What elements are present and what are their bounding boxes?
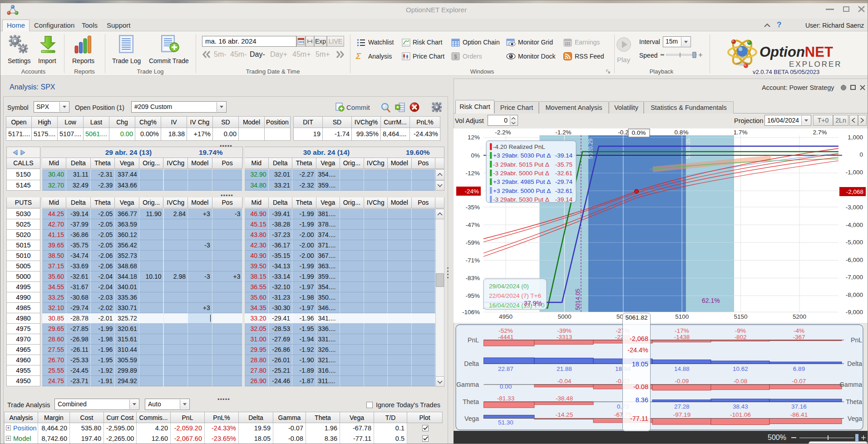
svg-text:-39.14: -39.14 (555, 152, 573, 159)
svg-text:-802: -802 (734, 334, 746, 340)
svg-text:29/04/2024 (0): 29/04/2024 (0) (489, 283, 529, 290)
svg-text:5200: 5200 (793, 313, 806, 320)
svg-text:0.00: 0.00 (500, 383, 512, 390)
svg-text:-0.09: -0.09 (675, 378, 689, 385)
svg-text:-32.61: -32.61 (555, 170, 572, 177)
svg-text:5150: 5150 (734, 313, 748, 320)
svg-text:10.62: 10.62 (733, 365, 748, 372)
svg-text:-2,068: -2,068 (846, 188, 863, 195)
svg-text:-95%: -95% (465, 292, 480, 299)
svg-text:Vega: Vega (848, 415, 862, 422)
svg-text:-2.2%: -2.2% (495, 129, 511, 136)
svg-text:-8,000: -8,000 (846, 291, 863, 298)
svg-text:-3 29abr. 5030 Put Δ: -3 29abr. 5030 Put Δ (493, 196, 549, 203)
svg-text:Theta: Theta (846, 398, 862, 405)
svg-text:0: 0 (859, 151, 863, 158)
svg-text:-101.06: -101.06 (730, 411, 751, 418)
svg-text:-17%: -17% (675, 327, 689, 334)
svg-text:-29.74: -29.74 (555, 178, 573, 185)
svg-text:Theta: Theta (463, 398, 479, 405)
svg-text:5100: 5100 (675, 313, 689, 320)
svg-text:1.7%: 1.7% (734, 129, 748, 136)
svg-text:-9,000: -9,000 (846, 309, 863, 316)
svg-text:-14.25: -14.25 (556, 411, 573, 418)
svg-text:5014.05: 5014.05 (574, 289, 581, 310)
svg-text:5103.35: 5103.35 (685, 138, 691, 159)
svg-text:-35.75: -35.75 (555, 161, 572, 168)
svg-text:6.89: 6.89 (793, 365, 805, 372)
svg-text:62.1%: 62.1% (702, 297, 720, 304)
svg-text:1,000: 1,000 (848, 134, 863, 141)
svg-text:-39%: -39% (557, 327, 572, 334)
svg-text:27.28: 27.28 (674, 403, 690, 410)
svg-text:-0.07: -0.07 (792, 378, 806, 385)
svg-text:-5,000: -5,000 (846, 239, 863, 246)
svg-text:+3 29abr. 5000 Put Δ: +3 29abr. 5000 Put Δ (493, 187, 551, 194)
svg-text:-1438: -1438 (674, 334, 690, 340)
svg-text:-7,000: -7,000 (846, 274, 863, 281)
svg-text:5000: 5000 (557, 313, 571, 320)
svg-text:-106%: -106% (462, 309, 480, 316)
svg-text:-52%: -52% (498, 327, 513, 334)
svg-text:-59%: -59% (465, 239, 480, 246)
svg-text:-4.20 Realized PnL: -4.20 Realized PnL (493, 143, 545, 150)
svg-text:-39.14: -39.14 (555, 196, 573, 203)
svg-text:38.43: 38.43 (733, 403, 748, 410)
svg-text:-1,000: -1,000 (846, 169, 863, 176)
svg-text:-0.04: -0.04 (557, 378, 572, 385)
svg-text:-1.2%: -1.2% (555, 129, 571, 136)
svg-text:51.30: 51.30 (498, 419, 513, 426)
svg-text:+3 29abr. 4985 Put Δ: +3 29abr. 4985 Put Δ (493, 178, 551, 185)
svg-text:-47%: -47% (465, 222, 480, 228)
svg-text:PnL: PnL (468, 336, 479, 344)
svg-text:37.9%: 37.9% (524, 300, 542, 307)
svg-text:-6,000: -6,000 (846, 257, 863, 263)
svg-text:12%: 12% (468, 134, 480, 141)
svg-text:-83%: -83% (465, 275, 480, 281)
svg-text:-4,000: -4,000 (846, 222, 863, 228)
svg-text:-81.33: -81.33 (497, 395, 514, 402)
svg-text:-9%: -9% (735, 327, 746, 334)
svg-text:-3,000: -3,000 (846, 204, 863, 211)
svg-text:-71%: -71% (465, 257, 480, 264)
svg-text:Gamma: Gamma (839, 381, 862, 388)
svg-text:-3313: -3313 (557, 334, 572, 340)
svg-text:14.88: 14.88 (674, 365, 690, 372)
svg-text:22/04/2024 (7) T+6: 22/04/2024 (7) T+6 (489, 292, 541, 299)
svg-text:4950: 4950 (499, 313, 513, 320)
svg-text:Delta: Delta (464, 360, 479, 367)
svg-text:-4441: -4441 (498, 334, 514, 340)
svg-text:5020.29: 5020.29 (587, 138, 594, 159)
svg-text:37.16: 37.16 (791, 403, 807, 410)
svg-text:Delta: Delta (847, 360, 862, 367)
svg-text:5144.38: 5144.38 (733, 138, 740, 159)
svg-text:+3 29abr. 5030 Put Δ: +3 29abr. 5030 Put Δ (493, 152, 551, 159)
svg-text:-35%: -35% (465, 204, 480, 211)
svg-text:Gamma: Gamma (456, 381, 479, 388)
svg-text:22.87: 22.87 (498, 365, 513, 372)
svg-text:-24%: -24% (464, 188, 479, 195)
svg-text:-32.61: -32.61 (555, 187, 572, 194)
svg-text:0.8%: 0.8% (675, 129, 689, 136)
svg-text:-367: -367 (793, 334, 805, 340)
svg-text:-97.19: -97.19 (673, 411, 690, 418)
svg-text:0%: 0% (471, 152, 480, 159)
svg-text:-86.41: -86.41 (790, 411, 808, 418)
svg-text:-12%: -12% (465, 170, 480, 177)
svg-text:-4%: -4% (794, 327, 804, 334)
svg-text:-3 29abr. 5015 Put Δ: -3 29abr. 5015 Put Δ (493, 161, 549, 168)
svg-text:-3 29abr. 5000 Put Δ: -3 29abr. 5000 Put Δ (493, 170, 549, 177)
svg-text:$: $ (454, 54, 457, 60)
svg-text:Vega: Vega (464, 415, 479, 422)
svg-text:2.7%: 2.7% (813, 129, 827, 136)
svg-text:-0.08: -0.08 (734, 378, 748, 385)
svg-text:21.88: 21.88 (557, 365, 572, 372)
svg-text:-38.48: -38.48 (556, 395, 573, 402)
svg-text:PnL: PnL (851, 336, 862, 344)
svg-text:0.0%: 0.0% (632, 129, 646, 136)
